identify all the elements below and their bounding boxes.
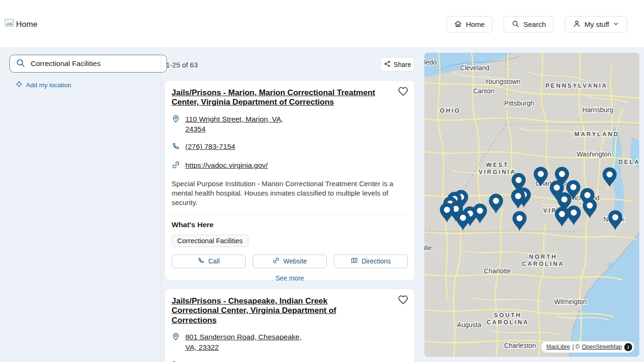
- openstreetmap-link[interactable]: OpenStreetMap: [582, 344, 622, 350]
- directions-button[interactable]: Directions: [334, 255, 408, 268]
- chevron-down-icon: [613, 20, 619, 28]
- map-state-label: OHIO: [440, 107, 461, 114]
- phone-link[interactable]: (276) 783-7154: [185, 141, 235, 153]
- home-button-label: Home: [466, 20, 485, 28]
- map-city-label: oledo: [424, 58, 437, 66]
- map-state-label: CAROLINA: [522, 261, 564, 267]
- info-icon[interactable]: i: [624, 343, 632, 351]
- category-chip: Correctional Facilities: [172, 235, 248, 247]
- call-button[interactable]: Call: [172, 255, 246, 268]
- search-input[interactable]: [30, 59, 161, 68]
- search-box: [9, 55, 167, 73]
- map-city-label: Youngstown: [485, 78, 520, 85]
- address-row: 110 Wright Street, Marion, VA,24354: [172, 114, 408, 134]
- column-divider: [161, 53, 161, 362]
- website-link[interactable]: https://vadoc.virginia.gov/: [185, 160, 268, 172]
- map-attribution: MapLibre | © OpenStreetMap i: [541, 341, 634, 353]
- crosshair-location-icon: [16, 81, 23, 89]
- result-card: Jails/Prisons - Marion, Marion Correctio…: [165, 80, 415, 280]
- map-state-label: WEST: [486, 162, 509, 168]
- search-icon: [512, 20, 520, 29]
- map-city-label: Charleston: [504, 342, 536, 349]
- attribution-separator: | ©: [572, 344, 579, 350]
- home-button[interactable]: Home: [446, 16, 493, 33]
- map-state-label: SOUTH: [494, 312, 522, 319]
- share-icon: [384, 60, 391, 69]
- share-button[interactable]: Share: [380, 57, 414, 72]
- result-description: Special Purpose Institution - Marion Cor…: [172, 179, 407, 208]
- map-city-label: ville: [424, 244, 432, 252]
- link-icon: [272, 257, 280, 265]
- map-city-label: Wilmington: [554, 298, 586, 305]
- broken-image-icon: [5, 19, 15, 30]
- link-icon: [172, 161, 180, 172]
- my-stuff-button[interactable]: My stuff: [565, 16, 627, 33]
- website-row: https://vadoc.virginia.gov/: [172, 160, 408, 172]
- home-logo-alt-text: Home: [16, 20, 37, 29]
- result-count: 1-25 of 63: [166, 61, 198, 69]
- see-more-link[interactable]: See more: [172, 274, 408, 282]
- phone-icon: [172, 360, 180, 362]
- address-link[interactable]: 110 Wright Street, Marion, VA,24354: [185, 114, 283, 134]
- map-city-label: Canton: [473, 87, 494, 95]
- map-city-label: Washington: [577, 150, 611, 158]
- add-my-location-label: Add my location: [26, 82, 71, 89]
- map-state-label: DELAWARE: [619, 159, 639, 165]
- map-pin-icon: [172, 115, 180, 134]
- map-state-label: NORTH: [529, 254, 557, 260]
- phone-link[interactable]: (757) 421-0095: [185, 360, 235, 362]
- home-icon: [454, 20, 462, 29]
- map-state-label: PENNSYLVANIA: [545, 82, 608, 89]
- map-city-label: Cleveland: [460, 64, 489, 72]
- whats-here-heading: What's Here: [172, 221, 408, 229]
- folded-map-icon: [351, 257, 358, 265]
- home-logo-link[interactable]: Home: [5, 19, 37, 30]
- my-stuff-button-label: My stuff: [585, 20, 609, 28]
- maplibre-link[interactable]: MapLibre: [546, 344, 570, 350]
- search-nav-button[interactable]: Search: [504, 16, 554, 33]
- result-title-link[interactable]: Jails/Prisons - Chesapeake, Indian Creek…: [172, 296, 359, 325]
- share-button-label: Share: [394, 61, 411, 68]
- map-city-label: Charlotte: [484, 267, 511, 275]
- action-buttons: Call Website Directions: [172, 255, 408, 268]
- map-city-label: Harrisburg: [582, 106, 613, 114]
- website-button[interactable]: Website: [253, 255, 327, 268]
- call-button-label: Call: [208, 257, 220, 265]
- map-city-label: Augusta: [457, 321, 481, 329]
- directions-button-label: Directions: [362, 257, 391, 265]
- favorite-heart-icon[interactable]: [398, 87, 408, 98]
- person-icon: [573, 20, 581, 29]
- favorite-heart-icon[interactable]: [398, 295, 408, 306]
- website-button-label: Website: [283, 257, 307, 265]
- phone-row: (757) 421-0095: [172, 360, 408, 362]
- result-card: Jails/Prisons - Chesapeake, Indian Creek…: [165, 288, 415, 362]
- map-state-label: VIRGINIA: [479, 169, 516, 175]
- card-divider: [172, 214, 408, 215]
- map-state-label: MARYLAND: [574, 131, 619, 138]
- search-icon: [16, 58, 25, 70]
- result-title-link[interactable]: Jails/Prisons - Marion, Marion Correctio…: [172, 88, 397, 107]
- phone-icon: [172, 142, 180, 153]
- address-row: 801 Sanderson Road, Chesapeake,VA, 23322: [172, 332, 408, 352]
- phone-row: (276) 783-7154: [172, 141, 408, 153]
- map-pin-icon: [172, 332, 180, 352]
- add-my-location-link[interactable]: Add my location: [16, 81, 71, 89]
- phone-icon: [198, 257, 205, 265]
- map-city-label: Pittsburgh: [504, 99, 534, 107]
- header-nav: Home Search My stuff: [446, 16, 627, 33]
- map-state-label: CAROLINA: [487, 319, 529, 326]
- app-header: Home Home Search My st: [0, 0, 644, 47]
- address-link[interactable]: 801 Sanderson Road, Chesapeake,VA, 23322: [185, 332, 301, 352]
- map-canvas[interactable]: OHIOPENNSYLVANIAMARYLANDDELAWAREWESTVIRG…: [424, 53, 639, 357]
- search-button-label: Search: [523, 20, 546, 28]
